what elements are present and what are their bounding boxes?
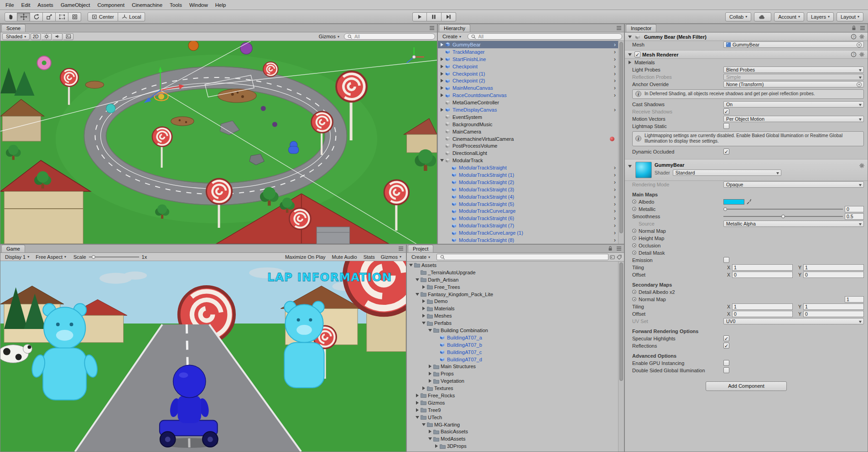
menu-assets[interactable]: Assets [34,1,57,9]
foldout-icon[interactable] [414,291,420,297]
foldout-icon[interactable] [414,392,420,398]
play-button[interactable] [412,12,427,21]
prefab-open-chevron[interactable]: › [614,57,616,62]
hierarchy-scrollbar[interactable] [618,41,624,244]
panel-menu-icon[interactable] [616,25,622,31]
panel-menu-icon[interactable] [616,245,622,252]
game-viewport[interactable]: LAP INFORMATION [0,261,406,452]
foldout-icon[interactable] [427,436,433,442]
foldout-icon[interactable] [439,56,445,62]
tool-scale[interactable] [43,12,56,21]
project-item[interactable]: BuildingAT07_b [407,341,618,349]
prefab-open-chevron[interactable]: › [614,42,616,47]
color-swatch[interactable] [723,199,744,205]
hierarchy-item[interactable]: Checkpoint› [438,63,618,70]
tool-hand[interactable] [5,12,17,21]
menu-cinemachine[interactable]: Cinemachine [128,1,166,9]
hierarchy-search-input[interactable] [478,33,619,40]
scene-search[interactable] [344,33,435,40]
prefab-open-chevron[interactable]: › [614,78,616,83]
object-picker-icon[interactable] [857,82,862,87]
project-scrollbar[interactable] [618,262,624,452]
eyedropper-icon[interactable] [746,199,752,205]
prefab-open-chevron[interactable]: › [614,223,616,228]
hierarchy-item[interactable]: GummyBear› [438,41,618,48]
hierarchy-item[interactable]: BackgroundMusic [438,121,618,128]
prefab-open-chevron[interactable]: › [614,173,616,177]
foldout-icon[interactable] [439,92,445,98]
x-field[interactable]: 0 [732,272,793,278]
gear-icon[interactable] [859,34,865,40]
hierarchy-item[interactable]: TimeDisplayCanvas› [438,106,618,113]
menu-gameobject[interactable]: GameObject [57,1,94,9]
foldout-icon[interactable] [439,85,445,91]
lock-icon[interactable] [851,25,857,31]
project-item[interactable]: Darth_Artisan [407,276,618,283]
dropdown-field[interactable]: Per Object Motion [723,116,864,122]
value-field[interactable]: 0 [845,206,864,212]
prefab-open-chevron[interactable]: › [614,50,616,54]
hierarchy-item[interactable]: ModularTrackStraight (1)› [438,171,618,179]
foldout-icon[interactable] [627,34,633,40]
project-item[interactable]: Props [407,370,618,377]
shading-mode-dropdown[interactable]: Shaded [2,33,30,40]
scene-audio-toggle[interactable] [52,33,62,40]
scale-slider[interactable] [89,254,139,260]
x-field[interactable]: 1 [732,264,793,271]
scene-search-input[interactable] [353,33,432,40]
prefab-open-chevron[interactable]: › [614,231,616,235]
slider-handle[interactable] [723,207,727,211]
stats-button[interactable]: Stats [360,254,378,260]
step-button[interactable] [442,12,456,21]
project-item[interactable]: Tree9 [407,406,618,414]
layout-button[interactable]: Layout [837,12,863,21]
layers-button[interactable]: Layers [807,12,834,21]
foldout-icon[interactable] [414,277,420,282]
y-field[interactable]: 1 [803,264,864,271]
project-item[interactable]: MG-Karting [407,421,618,428]
foldout-icon[interactable] [439,63,445,69]
foldout-icon[interactable] [627,51,633,57]
texture-picker-dot[interactable] [632,243,636,247]
project-item[interactable]: Building Combination [407,327,618,334]
prefab-open-chevron[interactable]: › [614,202,616,206]
project-item[interactable]: BuildingAT07_c [407,349,618,356]
foldout-icon[interactable] [408,262,414,268]
prefab-open-chevron[interactable]: › [614,72,616,76]
menu-help[interactable]: Help [212,1,230,9]
menu-component[interactable]: Component [94,1,128,9]
pause-button[interactable] [427,12,442,21]
cloud-button[interactable] [754,12,771,21]
tab-inspector[interactable]: Inspector [626,24,656,32]
x-field[interactable]: 1 [732,303,793,310]
project-item[interactable]: BuildingAT07_d [407,356,618,363]
hierarchy-item[interactable]: Checkpoint (2)› [438,77,618,84]
menu-file[interactable]: File [2,1,18,9]
value-field[interactable]: 1 [845,296,864,303]
menu-window[interactable]: Window [186,1,212,9]
slider[interactable] [723,213,843,220]
hierarchy-item[interactable]: ModularTrackStraight (5)› [438,200,618,208]
prefab-open-chevron[interactable]: › [614,195,616,199]
hierarchy-item[interactable]: ModularTrackStraight (6)› [438,215,618,222]
project-item[interactable]: Textures [407,385,618,392]
tab-scene[interactable]: Scene [1,24,26,32]
dropdown-field[interactable]: Opaque [723,181,864,188]
project-item[interactable]: Materials [407,305,618,312]
checkbox[interactable]: ✓ [723,149,729,154]
gear-icon[interactable] [859,163,865,169]
prefab-open-chevron[interactable]: › [614,108,616,112]
panel-menu-icon[interactable] [398,245,404,252]
prefab-open-chevron[interactable]: › [614,187,616,192]
component-enabled-checkbox[interactable]: ✓ [634,51,640,57]
hierarchy-item[interactable]: DirectionalLight [438,149,618,157]
hierarchy-item[interactable]: ModularTrackStraight (3)› [438,186,618,193]
foldout-icon[interactable] [421,313,426,319]
project-item[interactable]: UTech [407,414,618,421]
hierarchy-item[interactable]: EventSystem [438,113,618,121]
foldout-icon[interactable] [421,306,426,312]
hierarchy-item[interactable]: TrackManager› [438,48,618,56]
hierarchy-item[interactable]: Checkpoint (1)› [438,70,618,77]
add-component-button[interactable]: Add Component [706,381,787,391]
project-item[interactable]: Main Structures [407,363,618,370]
